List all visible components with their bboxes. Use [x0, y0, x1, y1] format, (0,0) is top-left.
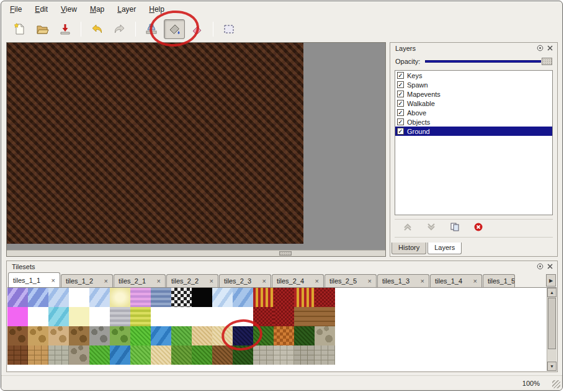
- map-horizontal-scrollbar[interactable]: [7, 250, 385, 256]
- tile-1-1[interactable]: [7, 288, 28, 307]
- tile-4-5[interactable]: [89, 345, 110, 365]
- close-panel-button[interactable]: [545, 44, 555, 53]
- layer-move-down-button[interactable]: [424, 222, 438, 234]
- tileset-tab-tiles_1_3[interactable]: tiles_1_3×: [377, 274, 429, 287]
- tile-3-16[interactable]: [315, 326, 335, 345]
- tabs-scroll-right-button[interactable]: ▶: [546, 274, 556, 287]
- tile-3-7[interactable]: [130, 326, 151, 345]
- tab-layers[interactable]: Layers: [427, 243, 462, 254]
- tile-3-2[interactable]: [28, 326, 48, 345]
- tile-3-6[interactable]: [110, 326, 130, 345]
- map-canvas[interactable]: [7, 43, 303, 244]
- tile-2-1[interactable]: [7, 307, 28, 326]
- tileset-tab-tiles_2_1[interactable]: tiles_2_1×: [114, 274, 166, 287]
- layer-row-objects[interactable]: ✓Objects: [395, 117, 552, 127]
- tile-2-14[interactable]: [274, 307, 294, 326]
- layer-delete-button[interactable]: [472, 222, 485, 234]
- layer-row-spawn[interactable]: ✓Spawn: [395, 80, 552, 89]
- layer-visible-checkbox[interactable]: ✓: [397, 118, 404, 125]
- tile-2-8[interactable]: [151, 307, 171, 326]
- resize-grip[interactable]: [552, 380, 560, 388]
- tile-1-4[interactable]: [69, 288, 89, 307]
- close-tab-icon[interactable]: ×: [157, 277, 161, 285]
- close-tab-icon[interactable]: ×: [315, 277, 319, 285]
- menu-item-view[interactable]: View: [61, 5, 77, 14]
- tile-4-4[interactable]: [69, 345, 89, 365]
- tile-1-7[interactable]: [130, 288, 151, 307]
- tileset-tab-tiles_1_5[interactable]: tiles_1_5×: [483, 274, 515, 287]
- scroll-up-button[interactable]: ▲: [547, 288, 557, 297]
- layer-row-above[interactable]: ✓Above: [395, 108, 552, 117]
- float-panel-button[interactable]: [535, 44, 545, 53]
- menu-item-map[interactable]: Map: [90, 5, 104, 14]
- open-folder-button[interactable]: [32, 19, 53, 39]
- menu-item-edit[interactable]: Edit: [35, 5, 48, 14]
- tileset-tab-tiles_2_3[interactable]: tiles_2_3×: [219, 274, 271, 287]
- tile-3-1[interactable]: [7, 326, 28, 345]
- close-tab-icon[interactable]: ×: [421, 277, 424, 285]
- undo-button[interactable]: [86, 19, 107, 39]
- opacity-slider-track[interactable]: [425, 60, 541, 63]
- layer-visible-checkbox[interactable]: ✓: [397, 109, 404, 116]
- tile-4-13[interactable]: [253, 345, 274, 365]
- stamp-tool-button[interactable]: [141, 19, 162, 39]
- tile-3-3[interactable]: [48, 326, 69, 345]
- layer-row-walkable[interactable]: ✓Walkable: [395, 99, 552, 108]
- tile-2-4[interactable]: [69, 307, 89, 326]
- tab-history[interactable]: History: [392, 243, 426, 254]
- tile-2-5[interactable]: [89, 307, 110, 326]
- fill-tool-button[interactable]: [164, 19, 185, 39]
- tile-4-12[interactable]: [233, 345, 253, 365]
- layer-visible-checkbox[interactable]: ✓: [397, 72, 404, 79]
- menu-item-help[interactable]: Help: [149, 5, 164, 14]
- tile-2-16[interactable]: [315, 307, 335, 326]
- tileset-tab-tiles_1_2[interactable]: tiles_1_2×: [61, 274, 113, 287]
- save-import-button[interactable]: [55, 19, 76, 39]
- redo-button[interactable]: [109, 19, 130, 39]
- tile-2-6[interactable]: [110, 307, 130, 326]
- tile-3-8[interactable]: [151, 326, 171, 345]
- tile-1-5[interactable]: [89, 288, 110, 307]
- close-tab-icon[interactable]: ×: [104, 277, 108, 285]
- layer-duplicate-button[interactable]: [448, 222, 462, 234]
- tile-4-8[interactable]: [151, 345, 171, 365]
- tile-2-12[interactable]: [233, 307, 253, 326]
- layer-visible-checkbox[interactable]: ✓: [397, 81, 404, 88]
- tile-1-9[interactable]: [171, 288, 192, 307]
- tile-1-12[interactable]: [233, 288, 253, 307]
- layer-visible-checkbox[interactable]: ✓: [397, 91, 404, 97]
- close-tab-icon[interactable]: ×: [210, 277, 213, 285]
- tile-4-2[interactable]: [28, 345, 48, 365]
- close-panel-button[interactable]: [545, 262, 555, 271]
- menu-item-layer[interactable]: Layer: [117, 5, 136, 14]
- layer-visible-checkbox[interactable]: ✓: [397, 100, 404, 107]
- layer-move-up-button[interactable]: [401, 222, 414, 234]
- menu-item-file[interactable]: File: [10, 5, 22, 14]
- float-panel-button[interactable]: [535, 262, 545, 271]
- tile-3-14[interactable]: [274, 326, 294, 345]
- tile-4-15[interactable]: [294, 345, 315, 365]
- tile-1-14[interactable]: [274, 288, 294, 307]
- tile-2-13[interactable]: [253, 307, 274, 326]
- tile-1-13[interactable]: [253, 288, 274, 307]
- tile-3-11[interactable]: [212, 326, 233, 345]
- layer-row-ground[interactable]: ✓Ground: [395, 127, 552, 136]
- tile-2-10[interactable]: [192, 307, 212, 326]
- tile-2-15[interactable]: [294, 307, 315, 326]
- tile-4-3[interactable]: [48, 345, 69, 365]
- tile-4-9[interactable]: [171, 345, 192, 365]
- opacity-slider-handle[interactable]: [542, 58, 552, 65]
- tile-1-15[interactable]: [294, 288, 315, 307]
- tile-3-12[interactable]: [233, 326, 253, 345]
- tile-4-16[interactable]: [315, 345, 335, 365]
- tile-1-6[interactable]: [110, 288, 130, 307]
- tile-4-7[interactable]: [130, 345, 151, 365]
- scrollbar-thumb[interactable]: [279, 251, 292, 256]
- tile-3-10[interactable]: [192, 326, 212, 345]
- tile-3-4[interactable]: [69, 326, 89, 345]
- tile-4-10[interactable]: [192, 345, 212, 365]
- tile-3-15[interactable]: [294, 326, 315, 345]
- layer-visible-checkbox[interactable]: ✓: [397, 128, 404, 135]
- tileset-tab-tiles_2_4[interactable]: tiles_2_4×: [272, 274, 324, 287]
- tile-1-16[interactable]: [315, 288, 335, 307]
